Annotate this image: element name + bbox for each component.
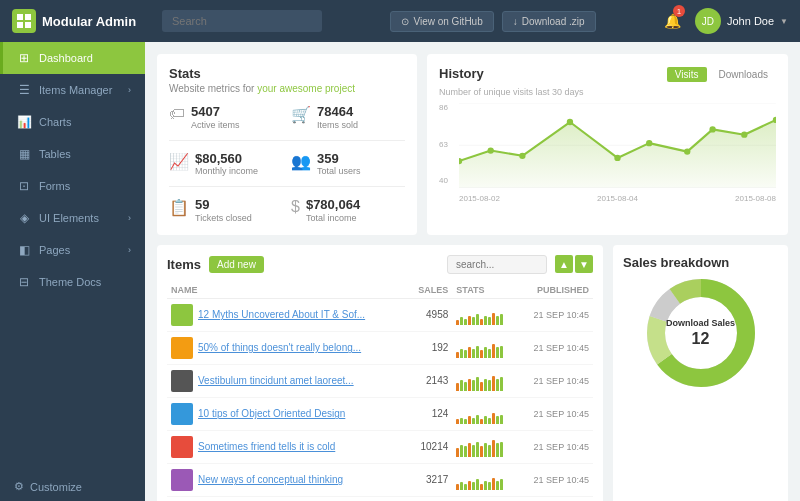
customize-button[interactable]: ⚙ Customize: [0, 472, 145, 501]
bar: [488, 482, 491, 490]
user-info[interactable]: JD John Doe ▼: [695, 8, 788, 34]
bar: [468, 316, 471, 325]
item-name-link[interactable]: Sometimes friend tells it is cold: [198, 441, 335, 452]
items-search-input[interactable]: [447, 255, 547, 274]
item-thumbnail: [171, 403, 193, 425]
bar: [456, 484, 459, 490]
item-sales: 4958: [407, 298, 452, 331]
notification-badge: 1: [673, 5, 685, 17]
bar: [476, 479, 479, 490]
bar: [476, 415, 479, 424]
bar: [492, 344, 495, 358]
bar: [464, 484, 467, 490]
stat-label: Monthly income: [195, 166, 258, 176]
bar: [472, 317, 475, 325]
item-thumb-cell: Vestibulum tincidunt amet laoreet...: [167, 364, 407, 397]
item-stats-bars: [452, 430, 517, 463]
bar: [484, 416, 487, 424]
bar: [480, 319, 483, 325]
items-card: Items Add new ▲ ▼ Name Sales Stats: [157, 245, 603, 501]
sidebar-item-theme-docs[interactable]: ⊟ Theme Docs: [0, 266, 145, 298]
item-published: 21 SEP 10:45: [518, 430, 593, 463]
forms-icon: ⊡: [17, 179, 31, 193]
item-name-link[interactable]: Vestibulum tincidunt amet laoreet...: [198, 375, 354, 386]
item-published: 21 SEP 10:45: [518, 331, 593, 364]
svg-rect-3: [25, 22, 31, 28]
svg-point-9: [519, 153, 525, 159]
item-name-link[interactable]: 10 tips of Object Oriented Design: [198, 408, 345, 419]
donut-chart: Download Sales 12: [623, 278, 778, 388]
bar: [488, 418, 491, 424]
cart-icon: 🛒: [291, 105, 311, 124]
item-name-link[interactable]: New ways of conceptual thinking: [198, 474, 343, 485]
items-table: Name Sales Stats Published 12 Myths Unco…: [167, 282, 593, 497]
charts-icon: 📊: [17, 115, 31, 129]
sidebar-item-ui-elements[interactable]: ◈ UI Elements ›: [0, 202, 145, 234]
sidebar-item-charts[interactable]: 📊 Charts: [0, 106, 145, 138]
bar: [492, 376, 495, 391]
github-button[interactable]: ⊙ View on GitHub: [390, 11, 493, 32]
bar: [460, 482, 463, 490]
bar: [496, 347, 499, 358]
sidebar-item-forms[interactable]: ⊡ Forms: [0, 170, 145, 202]
download-icon: ↓: [513, 16, 518, 27]
tab-downloads[interactable]: Downloads: [711, 67, 776, 82]
svg-point-15: [741, 132, 747, 138]
svg-point-13: [684, 148, 690, 154]
sidebar-item-dashboard[interactable]: ⊞ Dashboard: [0, 42, 145, 74]
chart-y-labels: 86 63 40: [439, 103, 448, 185]
header: Modular Admin ⊙ View on GitHub ↓ Downloa…: [0, 0, 800, 42]
history-card: History Visits Downloads Number of uniqu…: [427, 54, 788, 235]
item-name-link[interactable]: 50% of things doesn't really belong...: [198, 342, 361, 353]
item-name-link[interactable]: 12 Myths Uncovered About IT & Sof...: [198, 309, 365, 320]
col-stats: Stats: [452, 282, 517, 299]
stat-label: Total income: [306, 213, 360, 223]
sidebar-item-items-manager[interactable]: ☰ Items Manager ›: [0, 74, 145, 106]
avatar: JD: [695, 8, 721, 34]
tab-visits[interactable]: Visits: [667, 67, 707, 82]
tickets-icon: 📋: [169, 198, 189, 217]
sidebar-item-label: Theme Docs: [39, 276, 101, 288]
bar: [488, 380, 491, 391]
stats-subtitle-link[interactable]: your awesome project: [257, 83, 355, 94]
main-layout: ⊞ Dashboard ☰ Items Manager › 📊 Charts ▦…: [0, 42, 800, 501]
bar: [500, 377, 503, 391]
item-stats-bars: [452, 364, 517, 397]
bar: [484, 443, 487, 457]
bar: [484, 481, 487, 490]
item-sales: 192: [407, 331, 452, 364]
item-stats-bars: [452, 463, 517, 496]
bar: [464, 446, 467, 457]
sidebar-item-pages[interactable]: ◧ Pages ›: [0, 234, 145, 266]
bar: [496, 379, 499, 391]
items-header: Items Add new ▲ ▼: [167, 255, 593, 274]
stat-value: 359: [317, 151, 361, 167]
prev-page-button[interactable]: ▲: [555, 255, 573, 273]
item-thumb-cell: 10 tips of Object Oriented Design: [167, 397, 407, 430]
bar: [472, 418, 475, 424]
bar: [460, 418, 463, 424]
bar: [492, 440, 495, 457]
bar: [488, 317, 491, 325]
notification-area: 🔔 1: [664, 13, 685, 29]
items-title: Items: [167, 257, 201, 272]
bar: [484, 379, 487, 391]
download-button[interactable]: ↓ Download .zip: [502, 11, 596, 32]
item-thumb-cell: 12 Myths Uncovered About IT & Sof...: [167, 298, 407, 331]
search-input[interactable]: [162, 10, 322, 32]
ui-elements-icon: ◈: [17, 211, 31, 225]
item-thumb-cell: 50% of things doesn't really belong...: [167, 331, 407, 364]
bar: [480, 350, 483, 358]
bar: [468, 416, 471, 424]
next-page-button[interactable]: ▼: [575, 255, 593, 273]
bar: [496, 443, 499, 457]
add-new-button[interactable]: Add new: [209, 256, 264, 273]
svg-point-8: [488, 147, 494, 153]
item-thumb-cell: Sometimes friend tells it is cold: [167, 430, 407, 463]
item-thumbnail: [171, 469, 193, 491]
tag-icon: 🏷: [169, 105, 185, 123]
sidebar-item-tables[interactable]: ▦ Tables: [0, 138, 145, 170]
item-stats-bars: [452, 331, 517, 364]
bar: [480, 484, 483, 490]
bar: [464, 419, 467, 424]
